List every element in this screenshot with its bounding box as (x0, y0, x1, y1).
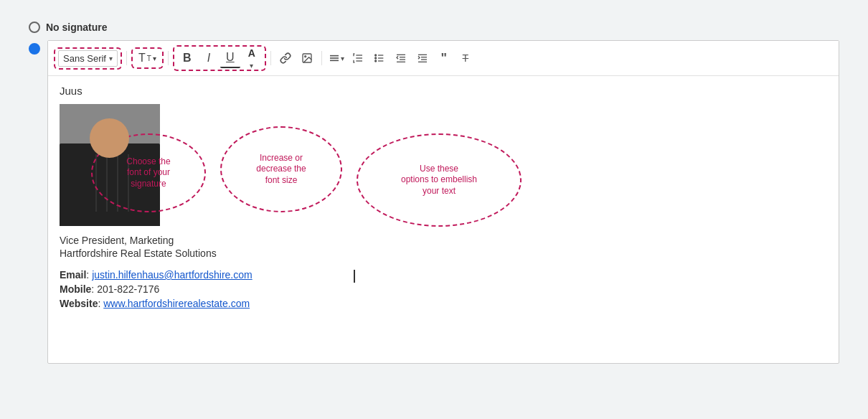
font-section: Sans Serif ▾ (54, 47, 122, 70)
font-size-button[interactable]: T T ▾ (136, 50, 159, 66)
image-button[interactable] (297, 48, 317, 68)
page-container: No signature Sans Serif ▾ T (14, 14, 854, 377)
signature-radio[interactable] (29, 43, 40, 55)
bold-button[interactable]: B (177, 48, 197, 68)
no-signature-row: No signature (29, 22, 839, 33)
indent-increase-button[interactable] (412, 48, 433, 68)
sig-title: Vice President, Marketing (60, 235, 827, 246)
align-button[interactable]: ▾ (326, 48, 346, 68)
sig-email-link[interactable]: justin.hilfenhaus@hartfordshire.com (92, 269, 253, 281)
quote-button[interactable]: " (434, 48, 454, 68)
content-area[interactable]: Juus Vice Presi (48, 76, 839, 363)
toolbar: Sans Serif ▾ T T ▾ B I (48, 41, 839, 76)
divider-3 (270, 51, 271, 65)
font-color-arrow: ▾ (250, 62, 253, 70)
sig-email-row: Email: justin.hilfenhaus@hartfordshire.c… (60, 269, 827, 281)
sig-company: Hartfordshire Real Estate Solutions (60, 248, 827, 259)
no-signature-radio[interactable] (29, 22, 40, 33)
size-icon: T (138, 52, 146, 65)
no-signature-label: No signature (46, 22, 108, 33)
italic-button[interactable]: I (199, 48, 219, 68)
sig-mobile-number: 201-822-7176 (97, 283, 159, 295)
sig-website-label: Website (60, 298, 98, 309)
divider-2 (168, 51, 169, 65)
divider-1 (126, 51, 127, 65)
divider-4 (321, 51, 322, 65)
font-family-arrow: ▾ (109, 55, 113, 62)
size-annotation-text: Increase ordecrease thefont size (253, 150, 308, 189)
sig-name-rest: us (71, 85, 82, 97)
font-family-label: Sans Serif (63, 53, 106, 64)
size-dropdown-arrow: ▾ (153, 55, 156, 62)
bullet-list-button[interactable] (369, 48, 390, 68)
sig-mobile-label: Mobile (60, 283, 91, 295)
sig-website-row: Website: www.hartfordshirerealestate.com (60, 298, 827, 309)
text-cursor (354, 270, 355, 283)
signature-name: Juus (60, 85, 827, 97)
signature-row: Sans Serif ▾ T T ▾ B I (29, 40, 839, 364)
svg-point-12 (375, 57, 377, 59)
font-color-letter: A (248, 47, 255, 59)
font-family-select[interactable]: Sans Serif ▾ (58, 50, 118, 67)
clear-formatting-button[interactable]: T (456, 48, 476, 68)
link-button[interactable] (275, 48, 296, 68)
text-format-section: B I U A ▾ (173, 45, 266, 71)
indent-decrease-button[interactable] (391, 48, 411, 68)
svg-point-13 (375, 60, 377, 62)
sig-website-link[interactable]: www.hartfordshirerealestate.com (103, 298, 250, 309)
size-section: T T ▾ (131, 47, 164, 69)
sig-email-label: Email (60, 269, 86, 281)
sig-mobile-row: Mobile: 201-822-7176 (60, 283, 827, 295)
embellish-annotation-text: Use theseoptions to embellishyour text (398, 161, 480, 200)
svg-point-11 (375, 55, 377, 56)
line-spacing-button[interactable] (348, 48, 368, 68)
svg-point-1 (305, 56, 306, 57)
embellish-annotation-bubble: Use theseoptions to embellishyour text (357, 133, 522, 227)
sig-name-partial: Ju (60, 85, 71, 97)
size-icon-small: T (147, 55, 151, 62)
editor-wrapper: Sans Serif ▾ T T ▾ B I (47, 40, 839, 364)
font-color-button[interactable]: A ▾ (242, 48, 262, 68)
size-annotation-bubble: Increase ordecrease thefont size (220, 126, 342, 212)
font-annotation-text: Choose thefont of yoursignature (123, 154, 173, 193)
underline-button[interactable]: U (220, 48, 240, 68)
